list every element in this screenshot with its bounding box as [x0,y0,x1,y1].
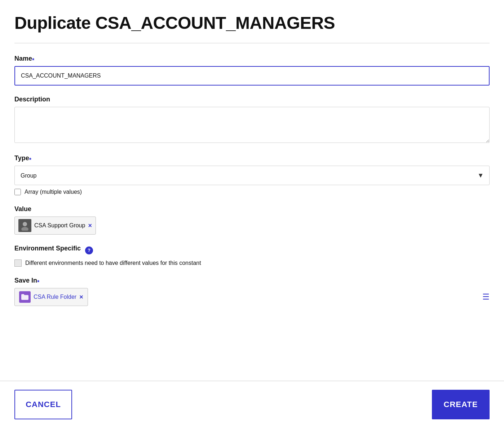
value-label: Value [14,205,490,213]
folder-chip-remove-button[interactable]: × [79,293,83,301]
type-select[interactable]: Group String Integer Boolean Date [14,166,490,185]
array-checkbox-row: Array (multiple values) [14,189,490,195]
type-label: Type [14,154,29,162]
name-input[interactable] [14,66,490,86]
name-required-star: * [32,57,34,64]
env-specific-label-row: Environment Specific ? [14,245,490,256]
type-required-star: * [29,157,31,163]
type-label-row: Type * [14,154,490,166]
folder-chip: CSA Rule Folder × [14,288,88,306]
description-section: Description [14,96,490,144]
type-select-wrapper: Group String Integer Boolean Date ▼ [14,166,490,185]
name-label: Name [14,55,32,62]
svg-point-1 [21,227,28,231]
folder-icon [19,291,31,303]
content-area: Duplicate CSA_ACCOUNT_MANAGERS Name * De… [0,0,504,381]
name-label-row: Name * [14,55,490,66]
value-chip: CSA Support Group × [14,217,96,235]
env-specific-desc: Different environments need to have diff… [25,260,201,266]
avatar-icon [20,220,30,231]
value-avatar [18,219,31,232]
value-chip-remove-button[interactable]: × [88,222,92,229]
save-in-label: Save In [14,277,37,284]
help-icon[interactable]: ? [85,246,93,254]
type-section: Type * Group String Integer Boolean Date… [14,154,490,195]
env-specific-checkbox-row: Different environments need to have diff… [14,259,490,267]
array-checkbox[interactable] [14,189,21,195]
env-specific-checkbox[interactable] [14,259,22,267]
description-label: Description [14,96,490,103]
create-button[interactable]: CREATE [432,390,490,419]
cancel-button[interactable]: CANCEL [14,390,72,419]
array-checkbox-label: Array (multiple values) [25,189,82,195]
save-in-label-row: Save In * [14,277,490,288]
value-chip-text: CSA Support Group [34,222,85,229]
folder-chip-text: CSA Rule Folder [34,294,76,300]
value-section: Value CSA Support Group × [14,205,490,235]
env-specific-section: Environment Specific ? Different environ… [14,245,490,267]
description-input[interactable] [14,107,490,143]
list-icon[interactable]: ☰ [482,292,490,302]
save-in-required-star: * [37,279,39,286]
footer-bar: CANCEL CREATE [0,381,504,428]
save-in-section: Save In * CSA Rule Folder × ☰ [14,277,490,306]
page-title: Duplicate CSA_ACCOUNT_MANAGERS [14,13,490,33]
name-section: Name * [14,55,490,86]
save-in-row: CSA Rule Folder × ☰ [14,288,490,306]
svg-point-0 [23,222,27,226]
env-specific-label: Environment Specific [14,245,81,252]
folder-svg-icon [21,294,29,300]
title-divider [14,43,490,43]
page-container: Duplicate CSA_ACCOUNT_MANAGERS Name * De… [0,0,504,428]
